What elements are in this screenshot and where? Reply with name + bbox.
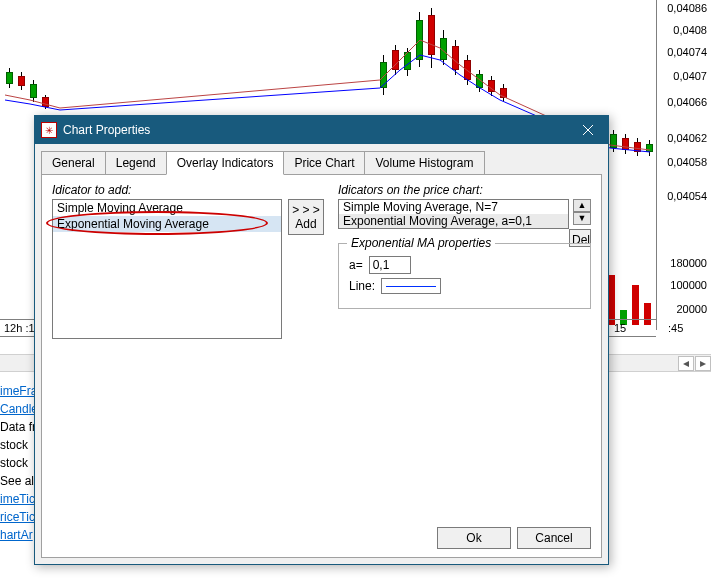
dialog-buttons: Ok Cancel [437, 527, 591, 549]
volume-tick: 20000 [676, 303, 707, 315]
chevron-right-icon: > > > [291, 203, 321, 217]
text-see-also: See al [0, 474, 36, 488]
price-tick: 0,04074 [667, 46, 707, 58]
move-down-button[interactable]: ▼ [573, 212, 591, 225]
tab-general[interactable]: General [41, 151, 106, 175]
indicator-to-add-list[interactable]: Simple Moving Average Exponential Moving… [52, 199, 282, 339]
list-item[interactable]: Exponential Moving Average, a=0,1 [339, 214, 568, 228]
list-item[interactable]: Simple Moving Average, N=7 [339, 200, 568, 214]
text-stock: stock [0, 438, 36, 452]
chart-properties-dialog: ✳ Chart Properties General Legend Overla… [34, 115, 609, 565]
link-pricetick[interactable]: riceTic [0, 510, 36, 524]
dialog-title: Chart Properties [63, 123, 568, 137]
text-data: Data fr [0, 420, 36, 434]
price-tick: 0,0407 [673, 70, 707, 82]
app-icon: ✳ [41, 122, 57, 138]
tab-panel-overlay: Idicator to add: Simple Moving Average E… [41, 174, 602, 558]
time-tick: 12h :1 [4, 322, 35, 334]
dialog-titlebar[interactable]: ✳ Chart Properties [35, 116, 608, 144]
price-tick: 0,0408 [673, 24, 707, 36]
indicators-on-chart-section: Idicators on the price chart: Simple Mov… [338, 183, 591, 309]
link-chartarea[interactable]: hartAr [0, 528, 36, 542]
add-button-column: > > > Add [288, 199, 324, 235]
indicator-to-add-section: Idicator to add: Simple Moving Average E… [52, 183, 282, 339]
tab-overlay-indicators[interactable]: Overlay Indicators [166, 151, 285, 175]
list-item[interactable]: Exponential Moving Average [53, 216, 281, 232]
price-tick: 0,04062 [667, 132, 707, 144]
price-tick: 0,04058 [667, 156, 707, 168]
close-button[interactable] [568, 116, 608, 144]
volume-tick: 100000 [670, 279, 707, 291]
add-label: Add [291, 217, 321, 231]
indicator-to-add-label: Idicator to add: [52, 183, 282, 197]
cancel-button[interactable]: Cancel [517, 527, 591, 549]
price-tick: 0,04054 [667, 190, 707, 202]
exponential-ma-properties: Exponential MA properties a= Line: [338, 243, 591, 309]
add-indicator-button[interactable]: > > > Add [288, 199, 324, 235]
tab-volume-histogram[interactable]: Volume Histogram [364, 151, 484, 175]
scroll-right-icon[interactable]: ▸ [695, 356, 711, 371]
price-tick: 0,04086 [667, 2, 707, 14]
reorder-spinner: ▲ ▼ [573, 199, 591, 225]
tab-legend[interactable]: Legend [105, 151, 167, 175]
link-timeframe[interactable]: imeFra [0, 384, 36, 398]
price-tick: 0,04066 [667, 96, 707, 108]
close-icon [583, 125, 593, 135]
line-style-picker[interactable] [381, 278, 441, 294]
time-tick: 15 [614, 322, 626, 334]
left-clipped-text: imeFra Candle Data fr stock stock See al… [0, 380, 36, 546]
time-tick: :45 [668, 322, 683, 334]
volume-tick: 180000 [670, 257, 707, 269]
indicators-on-chart-label: Idicators on the price chart: [338, 183, 591, 197]
move-up-button[interactable]: ▲ [573, 199, 591, 212]
list-item[interactable]: Simple Moving Average [53, 200, 281, 216]
link-candle[interactable]: Candle [0, 402, 36, 416]
tabstrip: General Legend Overlay Indicators Price … [35, 144, 608, 174]
tab-price-chart[interactable]: Price Chart [283, 151, 365, 175]
a-input[interactable] [369, 256, 411, 274]
volume-bar [608, 275, 615, 325]
ok-button[interactable]: Ok [437, 527, 511, 549]
line-label: Line: [349, 279, 375, 293]
link-timetick[interactable]: imeTic [0, 492, 36, 506]
indicators-on-chart-list[interactable]: Simple Moving Average, N=7 Exponential M… [338, 199, 569, 229]
text-stock2: stock [0, 456, 36, 470]
volume-axis: 180000 100000 20000 [656, 255, 711, 330]
fieldset-legend: Exponential MA properties [347, 236, 495, 250]
scroll-left-icon[interactable]: ◂ [678, 356, 694, 371]
a-label: a= [349, 258, 363, 272]
